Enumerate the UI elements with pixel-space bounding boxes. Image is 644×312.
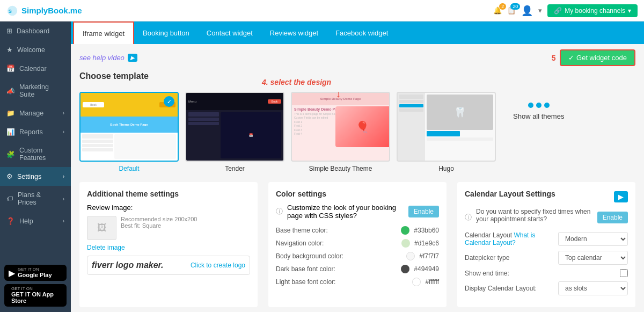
folder-icon: 📁 [6, 109, 15, 117]
template-thumb-beauty[interactable]: Simple Beauty Demo Page Simple Beauty De… [291, 92, 390, 162]
nav-color-row: Navigation color: #d1e9c6 [276, 239, 439, 248]
sidebar-item-marketing[interactable]: 📣 Marketing Suite [0, 78, 71, 104]
sidebar-item-help[interactable]: ❓ Help › [0, 212, 71, 230]
color-settings-title: Color settings [276, 190, 439, 198]
sidebar-item-custom[interactable]: 🧩 Custom Features [0, 141, 71, 167]
body-bg-color-dot [406, 252, 415, 260]
grid-icon: ⊞ [6, 27, 12, 35]
template-name-beauty: Simple Beauty Theme [309, 165, 372, 172]
choose-template-section: Choose template 4. select the design ↓ B… [79, 71, 635, 172]
get-widget-wrap: 5 ✓ Get widget code [552, 49, 635, 66]
notification-bell[interactable]: 🔔2 [493, 6, 502, 14]
svg-text:S: S [9, 8, 12, 13]
display-calendar-layout-row: Display Calendar Layout: as slots [465, 281, 628, 295]
tag-icon: 🏷 [6, 195, 13, 202]
template-beauty[interactable]: Simple Beauty Demo Page Simple Beauty De… [291, 92, 390, 172]
fixed-times-enable-button[interactable]: Enable [597, 212, 628, 223]
base-theme-color-dot [401, 226, 409, 235]
step-annotation-text: 4. select the design [262, 78, 331, 86]
additional-theme-title: Additional theme settings [87, 190, 250, 198]
template-thumb-hugo[interactable]: 🦷 [397, 92, 496, 162]
sidebar-item-plans[interactable]: 🏷 Plans & Prices › [0, 186, 71, 212]
megaphone-icon: 📣 [6, 87, 15, 95]
top-header: S SimplyBook.me 🔔2 📋20 👤 ▾ 🔗 My booking … [0, 0, 644, 21]
base-theme-color-row: Base theme color: #33bb60 [276, 226, 439, 235]
sidebar-item-calendar[interactable]: 📅 Calendar [0, 59, 71, 78]
app-store-button[interactable]: GET IT ON GET IT ON App Store [4, 284, 67, 307]
get-widget-code-button[interactable]: ✓ Get widget code [560, 49, 635, 66]
template-tender[interactable]: Menu Book [185, 92, 284, 172]
my-booking-channels-button[interactable]: 🔗 My booking channels ▾ [547, 4, 638, 17]
question-icon: ❓ [6, 217, 15, 225]
template-name-default: Default [119, 165, 139, 172]
user-avatar[interactable]: 👤 [521, 5, 533, 17]
help-video-link[interactable]: see help video ▶ [79, 54, 137, 62]
fixed-times-row: ⓘ Do you want to specify fixed times whe… [465, 208, 628, 227]
puzzle-icon: 🧩 [6, 150, 15, 158]
template-name-tender: Tender [225, 165, 245, 172]
nav-color-dot [401, 239, 410, 248]
dot-2 [536, 103, 541, 108]
info-icon: ⓘ [276, 207, 283, 216]
dot-1 [528, 103, 533, 108]
logo[interactable]: S SimplyBook.me [6, 5, 82, 17]
tab-reviews-widget[interactable]: Reviews widget [261, 21, 327, 44]
tab-contact-widget[interactable]: Contact widget [198, 21, 261, 44]
tab-facebook-widget[interactable]: Facebook widget [327, 21, 397, 44]
show-end-time-label: Show end time: [465, 270, 616, 277]
sidebar-item-settings[interactable]: ⚙ Settings › [0, 167, 71, 186]
dark-font-color-dot [401, 265, 409, 273]
calendar-layout-title: Calendar Layout Settings [465, 190, 555, 198]
choose-template-title: Choose template [79, 71, 635, 81]
display-calendar-select[interactable]: as slots [558, 281, 628, 295]
step5-label: 5 [552, 54, 556, 62]
tab-bar: Iframe widget Booking button Contact wid… [71, 21, 644, 44]
message-icon[interactable]: 📋20 [507, 6, 516, 14]
body-bg-color-row: Body background color: #f7f7f7 [276, 252, 439, 260]
message-badge: 20 [510, 3, 520, 10]
user-chevron[interactable]: ▾ [538, 6, 542, 14]
sidebar-item-reports[interactable]: 📊 Reports › [0, 122, 71, 141]
fiverr-create-logo-link[interactable]: Click to create logo [191, 262, 245, 269]
sidebar-item-manage[interactable]: 📁 Manage › [0, 104, 71, 122]
bottom-sections: Additional theme settings Review image: … [79, 182, 635, 307]
help-video-row: see help video ▶ 5 ✓ Get widget code [79, 49, 635, 66]
customize-css-row: ⓘ Customize the look of your booking pag… [276, 204, 439, 220]
notif-badge: 2 [499, 3, 506, 10]
template-thumb-tender[interactable]: Menu Book [185, 92, 284, 162]
show-all-themes[interactable]: Show all themes [502, 92, 575, 131]
sidebar: ⊞ Dashboard ★ Welcome 📅 Calendar 📣 Marke… [0, 21, 71, 312]
sidebar-item-welcome[interactable]: ★ Welcome [0, 40, 71, 59]
datepicker-type-row: Datepicker type Top calendar [465, 251, 628, 265]
template-preview-hugo: 🦷 [398, 93, 495, 161]
fixed-times-info-icon: ⓘ [465, 213, 472, 222]
google-play-icon: ▶ [9, 268, 15, 278]
calendar-layout-select[interactable]: Modern [558, 232, 628, 246]
tab-iframe-widget[interactable]: Iframe widget [73, 21, 134, 44]
template-name-hugo: Hugo [438, 165, 454, 172]
display-calendar-label: Display Calendar Layout: [465, 285, 554, 292]
calendar-layout-row: Calendar Layout What is Calendar Layout?… [465, 231, 628, 246]
datepicker-type-select[interactable]: Top calendar [558, 251, 628, 265]
dots-row [528, 103, 550, 108]
customize-text: Customize the look of your booking page … [287, 204, 404, 220]
google-play-button[interactable]: ▶ GET IT ON Google Play [4, 265, 67, 281]
templates-row: Book Book Theme Demo Page [79, 92, 635, 172]
play-button[interactable]: ▶ [128, 54, 137, 62]
css-enable-button[interactable]: Enable [408, 206, 439, 217]
sidebar-bottom: ▶ GET IT ON Google Play GET IT ON GET IT… [0, 259, 71, 312]
additional-theme-section: Additional theme settings Review image: … [79, 182, 258, 307]
review-image-recommendation: Recommended size 200x200Best fit: Square [121, 216, 197, 229]
fixed-times-question: Do you want to specify fixed times when … [476, 208, 593, 223]
dark-font-color-row: Dark base font color: #494949 [276, 265, 439, 273]
delete-image-link[interactable]: Delete image [87, 244, 125, 251]
template-thumb-default[interactable]: Book Book Theme Demo Page [79, 92, 179, 162]
tab-booking-button[interactable]: Booking button [134, 21, 198, 44]
calendar-layout-video-btn[interactable]: ▶ [614, 191, 628, 202]
show-all-label: Show all themes [513, 112, 564, 120]
sidebar-item-dashboard[interactable]: ⊞ Dashboard [0, 21, 71, 40]
light-font-color-dot [412, 278, 421, 286]
template-hugo[interactable]: 🦷 Hugo [397, 92, 496, 172]
show-end-time-checkbox[interactable] [620, 269, 628, 277]
template-default[interactable]: Book Book Theme Demo Page [79, 92, 179, 172]
